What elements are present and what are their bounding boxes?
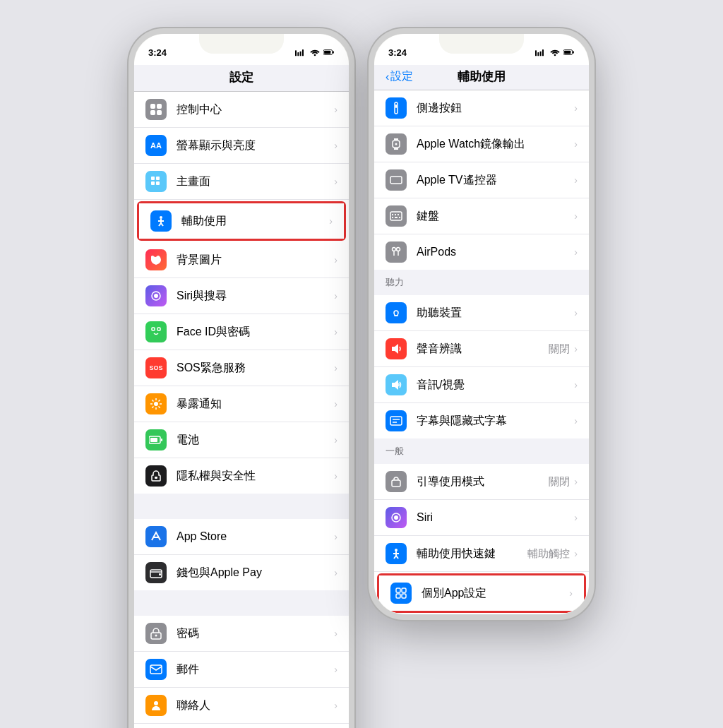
- row-sound-recognition[interactable]: 聲音辨識 關閉 ›: [374, 331, 589, 367]
- row-wallpaper[interactable]: 背景圖片 ›: [134, 242, 349, 278]
- row-label-wallet: 錢包與Apple Pay: [177, 566, 334, 580]
- homescreen-icon: [145, 171, 167, 192]
- svg-rect-6: [324, 51, 330, 54]
- svg-rect-23: [152, 328, 155, 330]
- settings-group-3: 密碼 › 郵件 ›: [134, 616, 349, 728]
- svg-rect-90: [396, 594, 400, 598]
- row-detail-sound: 關閉: [549, 342, 570, 356]
- row-label-apple-watch: Apple Watch鏡像輸出: [417, 137, 574, 152]
- guided-access-icon: [386, 471, 407, 492]
- row-hearing-devices[interactable]: 助聽裝置 ›: [374, 295, 589, 331]
- status-bar-1: 3:24: [134, 34, 349, 65]
- svg-rect-9: [157, 104, 162, 109]
- svg-line-31: [159, 407, 160, 408]
- status-bar-2: 3:24: [374, 34, 589, 65]
- row-exposure[interactable]: 暴露通知 ›: [134, 386, 349, 422]
- row-mail[interactable]: 郵件 ›: [134, 652, 349, 688]
- row-keyboard[interactable]: 鍵盤 ›: [374, 198, 589, 234]
- row-faceid[interactable]: Face ID與密碼 ›: [134, 314, 349, 350]
- settings-group-1: 控制中心 › AA 螢幕顯示與亮度 › 主畫面: [134, 92, 349, 494]
- row-label-per-app: 個別App設定: [422, 586, 569, 601]
- row-label-contacts: 聯絡人: [177, 698, 334, 713]
- row-per-app-highlight[interactable]: 個別App設定 ›: [377, 573, 586, 613]
- status-icons-1: [295, 48, 335, 56]
- svg-line-30: [152, 400, 153, 401]
- svg-rect-24: [157, 328, 160, 330]
- row-audio-visual[interactable]: 音訊/視覺 ›: [374, 367, 589, 403]
- back-button[interactable]: ‹ 設定: [386, 69, 413, 84]
- row-siri-acc[interactable]: Siri ›: [374, 500, 589, 536]
- row-siri[interactable]: Siri與搜尋 ›: [134, 278, 349, 314]
- svg-rect-3: [302, 49, 304, 56]
- svg-rect-91: [402, 594, 406, 598]
- svg-point-63: [395, 143, 398, 145]
- svg-rect-0: [295, 50, 297, 56]
- sos-icon: SOS: [145, 357, 167, 378]
- row-calendar[interactable]: 行事曆 ›: [134, 724, 349, 728]
- group-gap-1: [134, 494, 349, 519]
- svg-rect-69: [392, 217, 393, 218]
- row-apple-tv[interactable]: Apple TV遙控器 ›: [374, 162, 589, 198]
- svg-point-82: [394, 515, 398, 520]
- svg-point-22: [154, 294, 158, 298]
- svg-rect-89: [402, 588, 406, 592]
- row-battery[interactable]: 電池 ›: [134, 422, 349, 458]
- row-display[interactable]: AA 螢幕顯示與亮度 ›: [134, 128, 349, 164]
- row-apple-watch[interactable]: Apple Watch鏡像輸出 ›: [374, 126, 589, 162]
- settings-group-2: App Store › 錢包與Apple Pay ›: [134, 519, 349, 590]
- svg-rect-88: [396, 588, 400, 592]
- row-airpods[interactable]: AirPods ›: [374, 234, 589, 270]
- section-general: 一般: [374, 439, 589, 460]
- row-passwords[interactable]: 密碼 ›: [134, 616, 349, 652]
- row-wallet[interactable]: 錢包與Apple Pay ›: [134, 555, 349, 590]
- row-label-siri: Siri與搜尋: [177, 289, 334, 304]
- phone-2: 3:24 ‹ 設定 輔助使用: [369, 28, 594, 620]
- row-control-center[interactable]: 控制中心 ›: [134, 92, 349, 128]
- row-sos[interactable]: SOS SOS緊急服務 ›: [134, 350, 349, 386]
- svg-point-54: [554, 54, 556, 56]
- row-shortcut[interactable]: 輔助使用快速鍵 輔助觸控 ›: [374, 536, 589, 572]
- accessibility-icon: [150, 210, 172, 232]
- row-detail-shortcut: 輔助觸控: [527, 547, 570, 561]
- sound-recognition-icon: [386, 338, 407, 359]
- svg-rect-52: [540, 52, 542, 56]
- row-contacts[interactable]: 聯絡人 ›: [134, 688, 349, 724]
- shortcut-icon: [386, 543, 407, 564]
- row-guided-access[interactable]: 引導使用模式 關閉 ›: [374, 464, 589, 500]
- hearing-devices-icon: [386, 302, 407, 323]
- settings-screen: 控制中心 › AA 螢幕顯示與亮度 › 主畫面: [134, 92, 349, 728]
- page-title-2: 輔助使用: [458, 68, 506, 85]
- accessibility-screen: 側邊按鈕 › Apple Watch鏡像輸出 ›: [374, 90, 589, 613]
- row-label-side-button: 側邊按鈕: [417, 101, 574, 116]
- svg-rect-35: [150, 438, 157, 442]
- row-label-passwords: 密碼: [177, 626, 334, 641]
- privacy-icon: [145, 465, 167, 487]
- notch-2: [439, 34, 524, 54]
- row-side-button[interactable]: 側邊按鈕 ›: [374, 90, 589, 126]
- row-privacy[interactable]: 隱私權與安全性 ›: [134, 458, 349, 494]
- row-subtitles[interactable]: 字幕與隱藏式字幕 ›: [374, 403, 589, 438]
- svg-rect-8: [150, 104, 155, 109]
- row-accessibility-highlight[interactable]: 輔助使用 ›: [137, 201, 346, 241]
- row-label-control-center: 控制中心: [177, 102, 334, 117]
- svg-line-20: [161, 223, 163, 226]
- svg-rect-12: [151, 177, 155, 180]
- faceid-icon: [145, 321, 167, 342]
- row-label-wallpaper: 背景圖片: [177, 253, 334, 268]
- exposure-icon: [145, 393, 167, 414]
- nav-bar-1: 設定: [134, 65, 349, 92]
- svg-point-72: [393, 248, 396, 251]
- svg-rect-1: [297, 52, 299, 56]
- svg-rect-66: [392, 214, 393, 215]
- row-accessibility[interactable]: 輔助使用 ›: [139, 203, 344, 239]
- svg-rect-15: [156, 181, 160, 185]
- row-homescreen[interactable]: 主畫面 ›: [134, 164, 349, 200]
- row-per-app[interactable]: 個別App設定 ›: [379, 575, 584, 611]
- svg-rect-10: [150, 110, 155, 115]
- svg-line-33: [152, 407, 153, 408]
- keyboard-icon: [386, 205, 407, 227]
- svg-rect-53: [542, 49, 544, 56]
- row-appstore[interactable]: App Store ›: [134, 519, 349, 555]
- svg-rect-14: [151, 181, 155, 185]
- airpods-icon: [386, 241, 407, 263]
